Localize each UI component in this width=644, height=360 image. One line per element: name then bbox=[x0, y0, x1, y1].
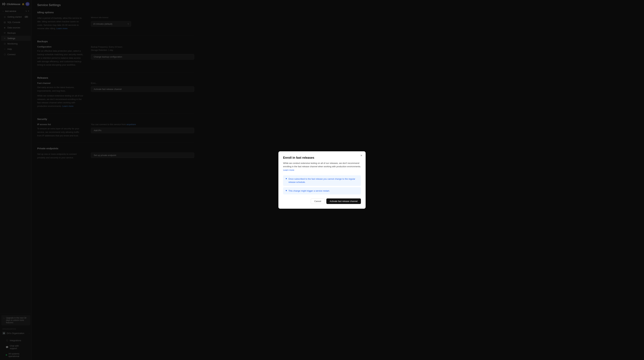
modal-title: Enroll in fast releases bbox=[283, 156, 361, 160]
modal-overlay: Enroll in fast releases While we conduct… bbox=[0, 0, 644, 360]
modal-actions: Cancel Activate fast release channel bbox=[283, 198, 361, 204]
warning-text-1: This change might trigger a service rest… bbox=[288, 189, 330, 192]
warning-bullet-icon bbox=[286, 178, 287, 179]
enroll-modal: Enroll in fast releases While we conduct… bbox=[278, 151, 366, 209]
warning-item-0: Once subscribed to the fast release you … bbox=[283, 175, 361, 186]
modal-learn-more-link[interactable]: Learn more bbox=[283, 169, 294, 171]
modal-desc: While we conduct extensive testing on al… bbox=[283, 162, 361, 172]
modal-confirm-button[interactable]: Activate fast release channel bbox=[326, 198, 361, 204]
warning-text-0: Once subscribed to the fast release you … bbox=[288, 177, 358, 184]
modal-close-button[interactable]: × bbox=[360, 154, 362, 157]
warning-bullet-2-icon bbox=[286, 190, 287, 191]
modal-cancel-button[interactable]: Cancel bbox=[311, 198, 324, 204]
warning-item-1: This change might trigger a service rest… bbox=[283, 187, 361, 194]
